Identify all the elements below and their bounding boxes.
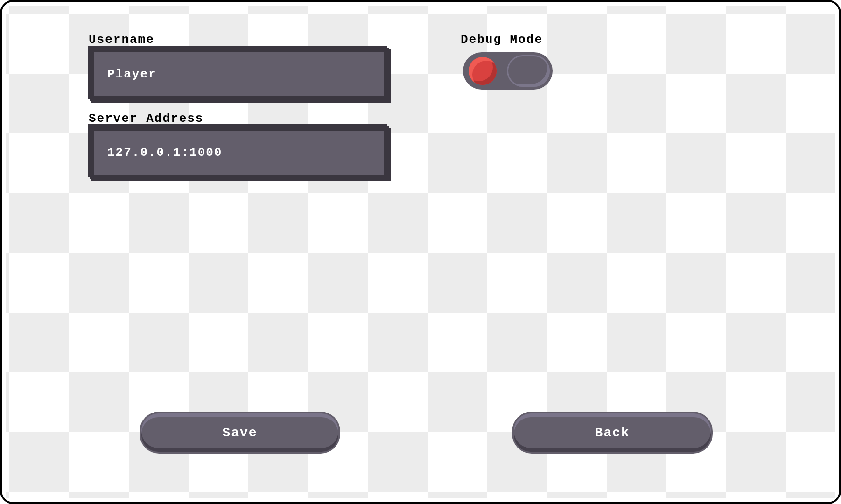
settings-panel: Username Server Address Debug Mode Save …: [6, 6, 835, 498]
play-surface: Username Server Address Debug Mode Save …: [6, 6, 835, 498]
save-button[interactable]: Save: [140, 412, 340, 454]
back-button[interactable]: Back: [512, 412, 713, 454]
toggle-knob-icon: [469, 57, 497, 85]
username-label: Username: [89, 33, 154, 47]
server-address-label: Server Address: [89, 112, 203, 126]
toggle-rim: [507, 55, 550, 87]
debug-mode-label: Debug Mode: [461, 33, 543, 47]
username-input[interactable]: [94, 52, 384, 96]
debug-mode-toggle[interactable]: [463, 52, 553, 90]
server-address-input[interactable]: [94, 131, 384, 175]
window-frame: Username Server Address Debug Mode Save …: [0, 0, 841, 504]
